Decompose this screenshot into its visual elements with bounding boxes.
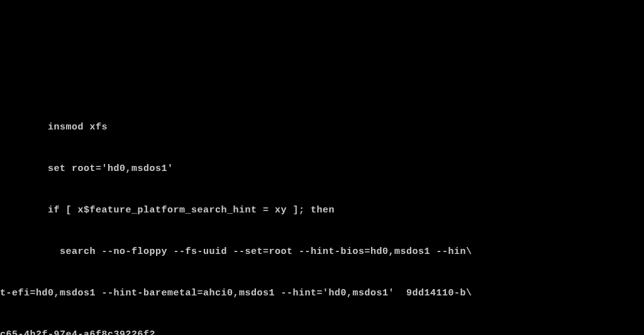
grub-line[interactable]: c65-4b2f-97e4-a6f8c39226f2 xyxy=(0,328,644,335)
grub-line[interactable]: search --no-floppy --fs-uuid --set=root … xyxy=(0,245,644,259)
grub-edit-screen[interactable]: insmod xfs set root='hd0,msdos1' if [ x$… xyxy=(0,93,644,335)
grub-line[interactable]: set root='hd0,msdos1' xyxy=(0,162,644,176)
grub-line[interactable]: if [ x$feature_platform_search_hint = xy… xyxy=(0,204,644,217)
grub-line[interactable]: insmod xfs xyxy=(0,121,644,135)
grub-line[interactable]: t-efi=hd0,msdos1 --hint-baremetal=ahci0,… xyxy=(0,287,644,300)
